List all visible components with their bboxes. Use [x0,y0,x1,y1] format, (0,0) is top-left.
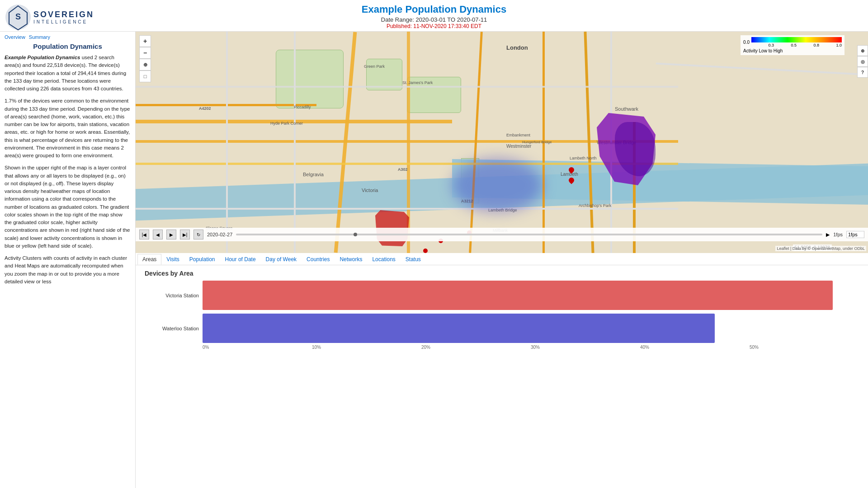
page-title: Example Population Dynamics [362,4,506,15]
label-embankment: Embankment [506,133,530,137]
timeline-fps-input[interactable] [846,231,864,238]
map-marker-3[interactable] [423,249,428,253]
zoom-reset-button[interactable]: ⊕ [139,59,151,70]
sidebar-para-2: 1.7% of the devices were common to the e… [5,97,131,160]
map-tiles: London Westminster Lambeth Belgravia Vic… [136,32,868,253]
st-james-park [407,77,461,113]
chart-area: Devices by Area Victoria StationWaterloo… [136,265,868,488]
tab-hour-of-date[interactable]: Hour of Date [220,254,261,265]
tab-countries[interactable]: Countries [302,254,335,265]
legend-tick-3: 0.8 [813,43,819,47]
chart-title: Devices by Area [145,270,859,277]
tab-locations[interactable]: Locations [367,254,400,265]
map-legend: 0.0 0.3 0.5 0.8 1.0 Activity Low to High [741,35,844,55]
hyde-park [276,50,344,108]
road-embankment [136,163,678,165]
zoom-in-button[interactable]: + [139,35,151,47]
sidebar-para-3: Shown in the upper right of the map is a… [5,164,131,250]
bar-row: Waterloo Station [145,314,859,343]
legend-tick-1: 0.3 [768,43,774,47]
road-lower [136,208,678,210]
bar-container [203,281,859,310]
layer-toggle-2[interactable]: ◎ [857,56,868,67]
tab-areas[interactable]: Areas [137,254,161,265]
label-london: London [506,44,528,51]
timeline-prev[interactable]: ◀ [153,230,163,239]
timeline-play-icon: ▶ [826,232,830,238]
map-container[interactable]: London Westminster Lambeth Belgravia Vic… [136,32,868,253]
published-date: Published: 11-NOV-2020 17:33:40 EDT [387,23,481,29]
bar-label: Waterloo Station [145,326,199,331]
sidebar-title: Population Dynamics [5,42,131,50]
label-a4202: A4202 [199,106,211,111]
road-brom [294,32,296,253]
road-sloane [226,32,228,253]
bar-waterloo-station [203,314,715,343]
road-borough [542,32,545,253]
layer-toggle-3[interactable]: ? [857,67,868,78]
road-oxford [136,86,678,88]
sidebar-para-1: Example Population Dynamics used 2 searc… [5,54,131,93]
legend-label: Activity Low to High [743,48,842,53]
timeline-skip-end[interactable]: ▶| [180,230,190,239]
tab-networks[interactable]: Networks [335,254,367,265]
road-union [656,63,868,93]
label-southwark: Southwark [615,106,638,112]
x-tick: 50% [750,345,859,350]
legend-low-val: 0.0 [743,40,750,45]
timeline-date: 2020-02-27 [207,232,232,237]
x-tick: 10% [312,345,421,350]
nav-overview[interactable]: Overview [5,34,25,40]
x-tick: 40% [640,345,750,350]
label-westminster: Westminster [506,144,531,149]
x-tick: 30% [531,345,640,350]
nav-summary[interactable]: Summary [29,34,50,40]
bar-row: Victoria Station [145,281,859,310]
map-timeline: |◀ ◀ ▶ ▶| ↻ 2020-02-27 ▶ 1fps [136,228,868,241]
main-layout: Overview Summary Population Dynamics Exa… [0,32,868,488]
heatmap-blue-thames [452,158,542,212]
timeline-play[interactable]: ▶ [166,230,176,239]
tab-status[interactable]: Status [401,254,426,265]
label-lambeth-north: Lambeth North [570,156,597,160]
map-attribution: Leaflet | Data by © OpenStreetMap, under… [775,246,866,251]
date-range: Date Range: 2020-03-01 TO 2020-07-11 [381,16,487,23]
label-belgravia: Belgravia [303,172,324,177]
bar-label: Victoria Station [145,293,199,298]
zoom-out-button[interactable]: − [139,47,151,59]
layer-controls: ⊕ ◎ ? [857,45,868,78]
sidebar: Overview Summary Population Dynamics Exa… [0,32,136,488]
sidebar-para-4: Activity Clusters with counts of activit… [5,254,131,286]
legend-tick-2: 0.5 [791,43,797,47]
layer-toggle-1[interactable]: ⊕ [857,45,868,56]
bar-chart: Victoria StationWaterloo Station [145,281,859,343]
x-axis: 0%10%20%30%40%50% [203,345,859,350]
timeline-skip-start[interactable]: |◀ [139,230,149,239]
x-tick: 0% [203,345,312,350]
nav-links: Overview Summary [5,34,131,40]
bar-container [203,314,859,343]
x-tick: 20% [421,345,531,350]
map-square-button[interactable]: □ [139,70,151,82]
page-header: Example Population Dynamics Date Range: … [0,0,868,32]
legend-gradient [751,37,842,42]
legend-bar: 0.0 0.3 0.5 0.8 1.0 [743,37,842,47]
timeline-refresh[interactable]: ↻ [193,230,203,239]
label-a302: A302 [398,167,408,172]
tab-visits[interactable]: Visits [161,254,184,265]
map-zoom-controls: + − ⊕ □ [139,35,151,82]
bar-victoria-station [203,281,833,310]
content-area: London Westminster Lambeth Belgravia Vic… [136,32,868,488]
timeline-fps: 1fps [833,232,843,237]
tab-population[interactable]: Population [184,254,220,265]
legend-tick-4: 1.0 [836,43,842,47]
tab-day-of-week[interactable]: Day of Week [261,254,302,265]
tab-bar: AreasVisitsPopulationHour of DateDay of … [136,253,868,265]
timeline-slider[interactable] [236,234,822,235]
sidebar-strong-1: Example Population Dynamics [5,55,80,60]
